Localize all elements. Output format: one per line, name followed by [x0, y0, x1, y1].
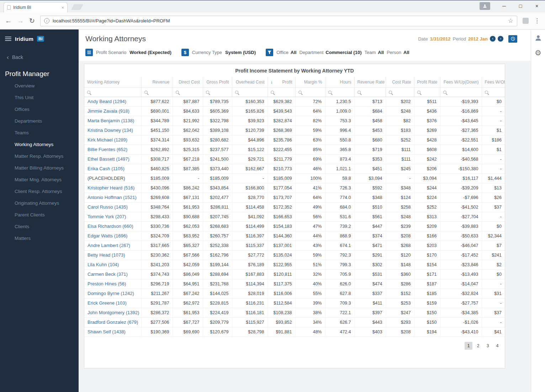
- currency-value[interactable]: System (USD): [225, 50, 256, 55]
- attorney-link[interactable]: Shawn Self (1438): [84, 327, 141, 337]
- column-filter-gross-profit[interactable]: [203, 87, 232, 97]
- column-filter-revenue[interactable]: [141, 87, 173, 97]
- column-header-fees-w-off[interactable]: Fees W/Off: [482, 77, 505, 87]
- attorney-link[interactable]: Carol Russo (1435): [84, 202, 141, 212]
- attorney-link[interactable]: Kristopher Heard (516): [84, 183, 141, 193]
- attorney-link[interactable]: John Montgomery (1392): [84, 308, 141, 317]
- attorney-link[interactable]: Kristina Downey (134): [84, 125, 141, 135]
- column-header-revenue-rate[interactable]: Revenue Rate: [354, 77, 386, 87]
- filter-search-icon[interactable]: [417, 91, 420, 94]
- hamburger-menu-icon[interactable]: [5, 37, 11, 41]
- attorney-link[interactable]: Lila Kuhn (104): [84, 260, 141, 269]
- filter-search-icon[interactable]: [176, 91, 179, 94]
- column-header-working-attorney[interactable]: Working Attorney: [84, 77, 141, 87]
- column-filter-working-attorney[interactable]: [84, 87, 141, 97]
- attorney-link[interactable]: Domingo Byrne (1242): [84, 289, 141, 298]
- attorney-link[interactable]: Kirk Michael (1289): [84, 135, 141, 145]
- attorney-link[interactable]: Andy Beard (1294): [84, 97, 141, 106]
- profile-avatar-button[interactable]: [480, 2, 490, 10]
- column-header-margin[interactable]: Margin %: [295, 77, 325, 87]
- pagination-page-2[interactable]: 2: [474, 342, 482, 350]
- column-filter-fees-w-up-down[interactable]: [440, 87, 482, 97]
- sidebar-item-client-resp-attorneys[interactable]: Client Resp. Attorneys: [0, 186, 79, 197]
- attorney-link[interactable]: Andre Lambert (267): [84, 241, 141, 250]
- attorney-link[interactable]: Billie Fuentes (652): [84, 145, 141, 154]
- column-filter-overhead-cost[interactable]: [232, 87, 268, 97]
- sidebar-item-matter-resp-attorneys[interactable]: Matter Resp. Attorneys: [0, 150, 79, 162]
- close-button[interactable]: ×: [529, 1, 545, 11]
- minimize-button[interactable]: ─: [496, 1, 512, 11]
- attorney-link[interactable]: Marta Benjamin (1138): [84, 116, 141, 125]
- sidebar-back-button[interactable]: ‹ Back: [0, 54, 79, 60]
- new-tab-button[interactable]: [71, 4, 84, 10]
- sidebar-item-matters[interactable]: Matters: [0, 232, 79, 244]
- pagination-page-1[interactable]: 1: [465, 342, 472, 350]
- browser-menu-icon[interactable]: ⋮: [534, 17, 540, 25]
- attorney-link[interactable]: Betty Head (1073): [84, 250, 141, 260]
- filter-search-icon[interactable]: [443, 91, 446, 94]
- date-value[interactable]: 1/31/2012: [430, 36, 451, 42]
- attorney-link[interactable]: Jimmie Zavala (918): [84, 106, 141, 116]
- sidebar-item-parent-clients[interactable]: Parent Clients: [0, 209, 79, 221]
- sidebar-item-clients[interactable]: Clients: [0, 221, 79, 232]
- column-header-overhead-cost[interactable]: Overhead Cost: [232, 77, 268, 87]
- attorney-link[interactable]: Ethel Bassett (1497): [84, 154, 141, 164]
- browser-back-button[interactable]: ←: [5, 17, 12, 24]
- period-next-button[interactable]: ›: [498, 36, 503, 42]
- scope-value[interactable]: All: [291, 50, 297, 55]
- scenario-value[interactable]: Worked (Expected): [129, 50, 171, 55]
- period-value[interactable]: 2012 Jan: [468, 36, 488, 42]
- attorney-link[interactable]: Erick Greene (103): [84, 298, 141, 308]
- sidebar-item-departments[interactable]: Departments: [0, 115, 79, 127]
- column-header-direct-cost[interactable]: Direct Cost: [173, 77, 203, 87]
- pagination-page-3[interactable]: 3: [484, 342, 492, 350]
- attorney-link[interactable]: Edgar Watts (1696): [84, 231, 141, 241]
- scope-value[interactable]: All: [378, 50, 384, 55]
- scope-value[interactable]: Commercial (10): [326, 50, 361, 55]
- filter-search-icon[interactable]: [485, 91, 488, 94]
- column-filter-profit-rate[interactable]: [414, 87, 440, 97]
- attorney-link[interactable]: Erika Cash (1105): [84, 164, 141, 173]
- column-header-hours[interactable]: Hours: [325, 77, 354, 87]
- tab-close-icon[interactable]: ×: [61, 5, 64, 10]
- column-header-cost-rate[interactable]: Cost Rate: [386, 77, 414, 87]
- column-header-profit[interactable]: ↓Profit: [268, 77, 295, 87]
- sidebar-item-this-unit[interactable]: This Unit: [0, 92, 79, 103]
- filter-search-icon[interactable]: [206, 91, 209, 94]
- sidebar-item-originating-attorneys[interactable]: Originating Attorneys: [0, 197, 79, 209]
- column-header-profit-rate[interactable]: Profit Rate: [414, 77, 440, 87]
- filter-search-icon[interactable]: [235, 91, 238, 94]
- history-button[interactable]: [508, 35, 517, 43]
- column-filter-margin[interactable]: [295, 87, 325, 97]
- period-prev-button[interactable]: ‹: [490, 36, 496, 42]
- browser-refresh-button[interactable]: ↻: [29, 17, 35, 24]
- attorney-link[interactable]: Bradford Gonzalez (679): [84, 317, 141, 327]
- sidebar-item-teams[interactable]: Teams: [0, 127, 79, 139]
- column-filter-direct-cost[interactable]: [173, 87, 203, 97]
- maximize-button[interactable]: □: [512, 1, 529, 11]
- column-header-fees-w-up-down[interactable]: Fees W/Up(Down): [440, 77, 482, 87]
- sidebar-item-matter-mng-attorneys[interactable]: Matter Mng. Attorneys: [0, 174, 79, 186]
- column-header-gross-profit[interactable]: Gross Profit: [203, 77, 232, 87]
- column-filter-hours[interactable]: [325, 87, 354, 97]
- browser-tab[interactable]: Iridium BI ×: [4, 2, 68, 12]
- sidebar-item-overview[interactable]: Overview: [0, 80, 79, 92]
- sidebar-item-offices[interactable]: Offices: [0, 103, 79, 115]
- sidebar-item-working-attorneys[interactable]: Working Attorneys: [0, 139, 79, 150]
- filter-search-icon[interactable]: [389, 91, 392, 94]
- attorney-link[interactable]: Elsa Richardson (660): [84, 221, 141, 231]
- scope-value[interactable]: All: [403, 50, 409, 55]
- attorney-link[interactable]: Preston Hines (56): [84, 279, 141, 289]
- extension-icon[interactable]: [523, 18, 529, 24]
- pagination-page-4[interactable]: 4: [493, 342, 501, 350]
- column-filter-revenue-rate[interactable]: [354, 87, 386, 97]
- browser-forward-button[interactable]: →: [17, 17, 24, 24]
- user-account-button[interactable]: [535, 34, 542, 43]
- attorney-link[interactable]: Antonio Hoffman (1521): [84, 193, 141, 202]
- filter-search-icon[interactable]: [87, 91, 90, 94]
- sidebar-item-matter-billing-attorneys[interactable]: Matter Billing Attorneys: [0, 162, 79, 174]
- filter-search-icon[interactable]: [328, 91, 332, 94]
- site-info-icon[interactable]: i: [44, 18, 49, 23]
- column-header-revenue[interactable]: Revenue: [141, 77, 173, 87]
- attorney-link[interactable]: Carmen Beck (371): [84, 269, 141, 279]
